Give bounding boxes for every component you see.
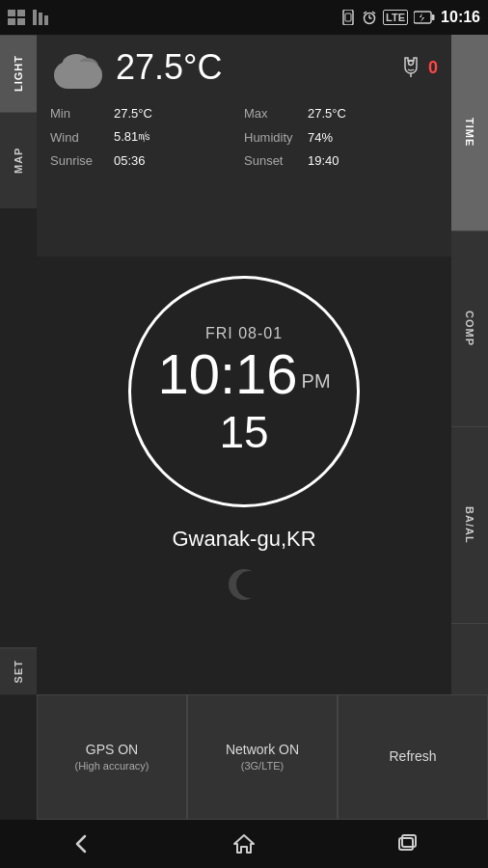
- refresh-label: Refresh: [389, 747, 436, 767]
- svg-rect-2: [8, 18, 15, 25]
- svg-line-13: [372, 12, 375, 14]
- svg-rect-15: [432, 14, 435, 20]
- right-tab-comp[interactable]: COMP: [451, 231, 488, 428]
- weather-section: 27.5°C 0 Min 27.5°C Max 27.5°C: [37, 35, 451, 257]
- network-label: Network ON: [226, 741, 299, 760]
- clock-time-row: 10:16 PM: [157, 346, 330, 402]
- bottom-buttons: GPS ON (High accuracy) Network ON (3G/LT…: [37, 694, 488, 820]
- weather-icon: [50, 44, 106, 91]
- back-icon: [69, 832, 93, 855]
- weather-alert: 0: [399, 56, 438, 79]
- gps-button[interactable]: GPS ON (High accuracy): [37, 694, 187, 820]
- weather-wind-row: Wind 5.81㎧: [50, 126, 244, 148]
- svg-rect-1: [17, 10, 25, 16]
- refresh-button[interactable]: Refresh: [338, 694, 488, 820]
- clock-circle: FRI 08-01 10:16 PM 15: [128, 276, 360, 507]
- svg-rect-8: [345, 14, 351, 21]
- gps-label: GPS ON: [86, 741, 138, 760]
- status-left-icons: [8, 10, 50, 25]
- status-right-icons: LTE 10:16: [340, 9, 480, 26]
- network-button[interactable]: Network ON (3G/LTE): [187, 694, 338, 820]
- weather-details: Min 27.5°C Max 27.5°C Wind 5.81㎧ Humidit…: [50, 104, 438, 170]
- alert-count: 0: [428, 58, 438, 78]
- gps-sublabel: (High accuracy): [74, 759, 149, 773]
- nav-bar: [0, 820, 488, 868]
- sim-icon: [340, 10, 356, 25]
- moon-icon: [227, 567, 261, 602]
- alarm-icon: [362, 10, 377, 25]
- right-tab-baal[interactable]: BA/AL: [451, 427, 488, 624]
- network-sublabel: (3G/LTE): [241, 759, 284, 773]
- recent-button[interactable]: [388, 825, 426, 863]
- weather-sunset-row: Sunset 19:40: [244, 151, 438, 170]
- weather-temperature: 27.5°C: [116, 47, 390, 88]
- clock-ampm: PM: [302, 370, 331, 402]
- left-tabs: LIGHT MAP SET: [0, 35, 37, 820]
- left-tab-map[interactable]: MAP: [0, 112, 37, 208]
- weather-humidity-row: Humidity 74%: [244, 126, 438, 148]
- weather-min-row: Min 27.5°C: [50, 104, 244, 122]
- svg-line-12: [364, 12, 366, 14]
- alert-icon: [399, 56, 422, 79]
- svg-rect-5: [39, 13, 42, 25]
- svg-rect-6: [44, 15, 48, 25]
- main-content: LIGHT MAP SET TIME COMP BA/AL SPEED: [0, 35, 488, 820]
- clock-seconds: 15: [219, 406, 268, 458]
- recent-icon: [395, 832, 419, 855]
- svg-rect-14: [414, 12, 431, 23]
- bars-icon: [33, 10, 50, 25]
- left-tab-set[interactable]: SET: [0, 647, 37, 694]
- lte-icon: LTE: [383, 10, 408, 25]
- svg-rect-0: [8, 10, 15, 16]
- clock-time: 10:16: [157, 346, 297, 402]
- weather-sunrise-row: Sunrise 05:36: [50, 151, 244, 170]
- screenshot-icon: [8, 10, 27, 25]
- svg-rect-3: [17, 18, 25, 25]
- weather-top: 27.5°C 0: [50, 44, 438, 91]
- home-icon: [232, 832, 256, 855]
- battery-icon: [414, 11, 435, 24]
- clock-date: FRI 08-01: [205, 325, 283, 342]
- back-button[interactable]: [62, 825, 100, 863]
- right-tab-time[interactable]: TIME: [451, 35, 488, 231]
- status-bar: LTE 10:16: [0, 0, 488, 35]
- clock-section: FRI 08-01 10:16 PM 15 Gwanak-gu,KR: [37, 257, 451, 694]
- location-text: Gwanak-gu,KR: [172, 527, 315, 552]
- left-tab-light[interactable]: LIGHT: [0, 35, 37, 112]
- home-button[interactable]: [225, 825, 263, 863]
- status-time: 10:16: [441, 9, 480, 26]
- svg-point-18: [408, 61, 413, 66]
- weather-max-row: Max 27.5°C: [244, 104, 438, 122]
- svg-marker-16: [420, 14, 424, 23]
- svg-rect-4: [33, 10, 37, 25]
- svg-marker-21: [234, 835, 254, 853]
